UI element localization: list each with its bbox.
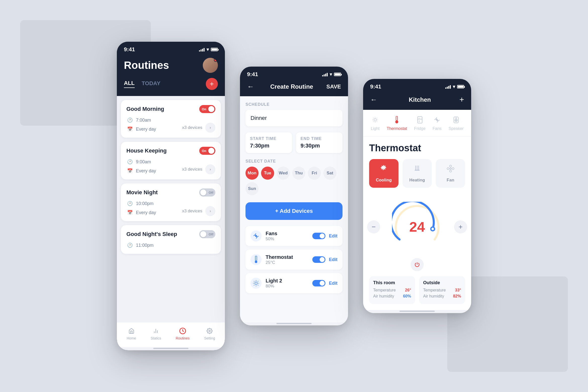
routine-top-4: Good Night's Sleep Off — [126, 230, 215, 238]
nav-setting[interactable]: Setting — [204, 327, 215, 340]
home-indicator-1 — [117, 347, 225, 350]
routine-card-house-keeping: House Keeping On 🕐 9:00am 📅 — [121, 142, 221, 179]
routines-title-row: Routines — [124, 58, 218, 73]
routine-toggle-1[interactable]: On — [199, 105, 215, 113]
temperature-minus-button[interactable]: − — [367, 220, 380, 233]
nav-home-label: Home — [127, 336, 136, 340]
thermostat-edit-button[interactable]: Edit — [329, 257, 337, 262]
svg-rect-30 — [418, 117, 422, 123]
light2-toggle-knob — [320, 281, 325, 286]
power-button[interactable] — [411, 258, 424, 271]
routine-name-4: Good Night's Sleep — [126, 231, 177, 237]
fans-edit-button[interactable]: Edit — [329, 233, 337, 239]
this-room-title: This room — [373, 280, 411, 285]
routine-time-2: 9:00am — [136, 159, 151, 165]
thermostat-name: Thermostat — [266, 254, 308, 260]
day-fri[interactable]: Fri — [308, 167, 321, 180]
nav-statics[interactable]: Statics — [151, 327, 161, 340]
light2-name: Light 2 — [266, 278, 308, 284]
add-button-3[interactable]: + — [459, 95, 464, 104]
routine-chevron-3[interactable]: › — [205, 206, 215, 216]
svg-line-14 — [254, 281, 254, 281]
routine-toggle-4[interactable]: Off — [199, 230, 215, 238]
calendar-icon-2: 📅 — [126, 167, 133, 174]
routine-repeat-row-2: 📅 Every day — [126, 167, 156, 174]
wifi-icon-3: ▾ — [453, 84, 455, 89]
light2-toggle[interactable] — [312, 280, 325, 286]
tab-light[interactable]: Light — [371, 115, 380, 131]
light2-edit-button[interactable]: Edit — [329, 281, 337, 286]
back-button-2[interactable]: ← — [247, 83, 257, 91]
mode-heating[interactable]: Heating — [403, 159, 432, 188]
mode-fan[interactable]: Fan — [436, 159, 465, 188]
outside-title: Outside — [423, 280, 461, 285]
toggle-knob-4 — [200, 231, 206, 237]
fridge-tab-icon — [415, 115, 424, 124]
routine-info-1: 🕐 7:00am 📅 Every day x3 devices › — [126, 117, 215, 133]
day-thu[interactable]: Thu — [292, 167, 305, 180]
tab-thermostat[interactable]: Thermostat — [387, 115, 407, 131]
device-thermostat: Thermostat 25°C Edit — [246, 250, 342, 270]
tab-today[interactable]: TODAY — [142, 80, 161, 88]
tab-speaker[interactable]: Speaker — [449, 115, 464, 131]
light2-controls: Edit — [312, 280, 337, 286]
light-tab-icon — [371, 115, 380, 124]
routine-time-row-1: 🕐 7:00am — [126, 117, 156, 124]
nav-routines[interactable]: Routines — [176, 327, 189, 340]
day-sat[interactable]: Sat — [323, 167, 336, 180]
routine-toggle-3[interactable]: Off — [199, 188, 215, 197]
schedule-name-input[interactable] — [246, 110, 342, 126]
fans-toggle[interactable] — [312, 233, 325, 239]
svg-line-26 — [377, 118, 377, 118]
end-time-value[interactable]: 9:30pm — [301, 142, 338, 149]
routine-chevron-1[interactable]: › — [205, 123, 215, 133]
this-room-temp-label: Temperature — [373, 288, 396, 292]
home-bar-2 — [276, 323, 312, 324]
tab-fans[interactable]: Fans — [432, 115, 442, 131]
end-time-container: END TIME 9:30pm — [296, 132, 342, 153]
home-nav-icon — [127, 327, 135, 335]
day-wed[interactable]: Wed — [277, 167, 290, 180]
time-section: START TIME 7:30pm END TIME 9:30pm — [246, 132, 342, 153]
mode-cooling[interactable]: Cooling — [369, 159, 399, 188]
start-time-value[interactable]: 7:30pm — [250, 142, 287, 149]
toggle-knob-3 — [200, 189, 206, 195]
svg-point-38 — [456, 118, 457, 119]
routine-card-movie-night: Movie Night Off 🕐 10:00pm 📅 — [121, 183, 221, 221]
device-fans: Fans 50% Edit — [246, 226, 342, 246]
day-tue[interactable]: Tue — [261, 167, 274, 180]
outside-card: Outside Temperature 33° Air humidity 82% — [419, 276, 465, 304]
calendar-icon-1: 📅 — [126, 126, 133, 133]
routine-details-3: 🕐 10:00pm 📅 Every day — [126, 200, 156, 216]
temperature-plus-button[interactable]: + — [454, 220, 467, 233]
start-time-box: START TIME 7:30pm — [246, 132, 292, 153]
day-mon[interactable]: Mon — [246, 167, 259, 180]
tab-fridge[interactable]: Fridge — [414, 115, 425, 131]
status-icons-3: ▾ — [445, 84, 464, 89]
routine-toggle-2[interactable]: On — [199, 147, 215, 155]
temperature-value: 24 — [409, 219, 425, 235]
date-selector: Mon Tue Wed Thu Fri Sat Sun — [246, 167, 342, 195]
save-button[interactable]: SAVE — [326, 83, 341, 90]
add-devices-button[interactable]: + Add Devices — [246, 202, 342, 220]
temperature-dial[interactable]: 24 — [392, 202, 442, 252]
svg-point-9 — [255, 282, 257, 284]
nav-home[interactable]: Home — [127, 327, 136, 340]
routines-header: Routines ALL TODAY + — [117, 55, 225, 96]
routine-chevron-2[interactable]: › — [205, 164, 215, 174]
back-button-3[interactable]: ← — [370, 96, 380, 104]
day-sun[interactable]: Sun — [246, 182, 259, 195]
create-routine-title: Create Routine — [270, 83, 313, 90]
thermostat-info: Thermostat 25°C — [266, 254, 308, 265]
fans-name: Fans — [266, 231, 308, 236]
user-avatar[interactable] — [203, 58, 218, 73]
svg-point-46 — [447, 168, 449, 170]
status-bar-1: 9:41 ▾ — [117, 42, 225, 55]
tab-all[interactable]: ALL — [124, 80, 135, 88]
add-routine-button[interactable]: + — [206, 78, 218, 90]
battery-icon-2 — [334, 73, 341, 76]
status-icons-2: ▾ — [322, 72, 341, 77]
heating-label: Heating — [409, 178, 425, 183]
thermostat-toggle[interactable] — [312, 256, 325, 263]
routine-details-4: 🕐 11:00pm — [126, 242, 154, 249]
